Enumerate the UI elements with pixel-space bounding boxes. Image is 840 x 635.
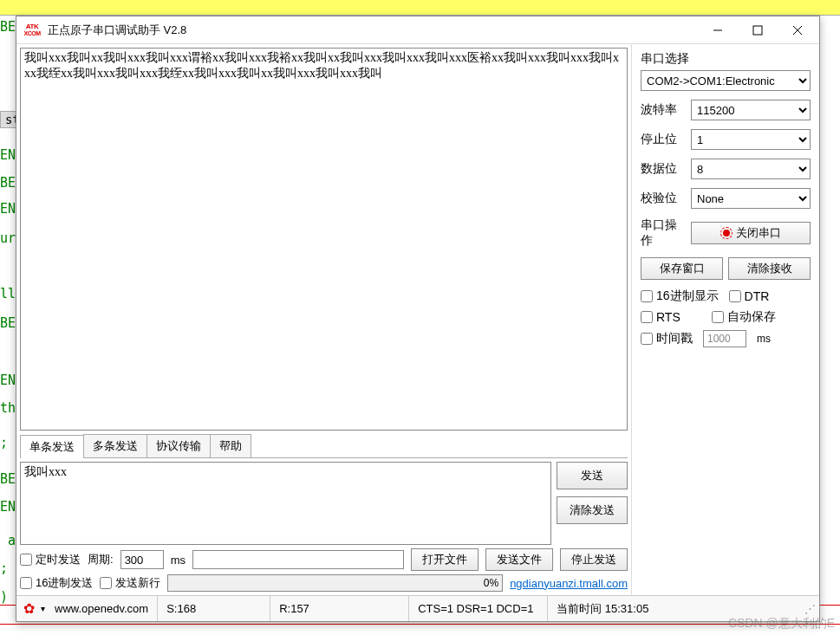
databits-label: 数据位 bbox=[641, 161, 684, 177]
minimize-button[interactable] bbox=[698, 17, 738, 43]
bg-code-fragment: BE bbox=[0, 19, 16, 35]
bg-redline bbox=[0, 624, 840, 625]
shop-link[interactable]: ngdianyuanzi.tmall.com bbox=[510, 577, 628, 590]
timed-send-row: 定时发送 周期: ms 打开文件 发送文件 停止发送 bbox=[20, 548, 628, 571]
stopbits-row: 停止位 1 bbox=[641, 129, 811, 150]
status-signals: CTS=1 DSR=1 DCD=1 bbox=[408, 596, 547, 621]
port-section-title: 串口选择 bbox=[641, 51, 811, 67]
settings-dropdown-icon[interactable]: ▾ bbox=[41, 604, 51, 613]
period-input[interactable] bbox=[120, 550, 164, 569]
databits-row: 数据位 8 bbox=[641, 159, 811, 179]
tab-multi-send[interactable]: 多条发送 bbox=[83, 434, 147, 457]
save-window-button[interactable]: 保存窗口 bbox=[641, 257, 723, 280]
bg-code-fragment: EN bbox=[0, 201, 16, 217]
bg-code-fragment: EN bbox=[0, 373, 16, 388]
databits-select[interactable]: 8 bbox=[691, 159, 811, 179]
tab-help[interactable]: 帮助 bbox=[210, 434, 251, 457]
window-controls bbox=[698, 17, 817, 43]
status-sent: S:168 bbox=[157, 596, 270, 621]
send-file-button[interactable]: 发送文件 bbox=[485, 548, 553, 571]
baud-row: 波特率 115200 bbox=[641, 100, 811, 120]
stopbits-select[interactable]: 1 bbox=[691, 129, 811, 150]
hex-display-checkbox[interactable]: 16进制显示 bbox=[641, 288, 719, 304]
parity-row: 校验位 None bbox=[641, 188, 811, 209]
baud-select[interactable]: 115200 bbox=[691, 100, 811, 120]
progress-bar: 0% bbox=[167, 574, 503, 592]
bg-code-fragment: th bbox=[0, 400, 16, 416]
ts-ms-label: ms bbox=[757, 333, 771, 345]
close-port-button[interactable]: 关闭串口 bbox=[691, 222, 811, 244]
receive-textarea[interactable]: 我叫xxx我叫xx我叫xxx我叫xxx谓裕xx我叫xxx我裕xx我叫xx我叫xx… bbox=[20, 48, 628, 431]
app-icon: ATK XCOM bbox=[22, 23, 42, 38]
ms-label: ms bbox=[171, 554, 186, 567]
minimize-icon bbox=[713, 25, 723, 36]
bg-code-fragment: ) bbox=[0, 589, 8, 605]
bg-code-fragment: ll bbox=[0, 286, 16, 301]
autosave-checkbox[interactable]: 自动保存 bbox=[712, 309, 776, 325]
bg-code-fragment: a bbox=[0, 533, 16, 548]
resize-grip-icon[interactable]: ⋰ bbox=[801, 602, 819, 615]
status-received: R:157 bbox=[270, 596, 408, 621]
settings-gear-icon[interactable]: ✿ bbox=[20, 600, 37, 618]
window-title: 正点原子串口调试助手 V2.8 bbox=[48, 23, 698, 38]
bg-code-fragment: EN bbox=[0, 147, 16, 163]
bg-code-fragment: EN bbox=[0, 499, 16, 515]
status-time: 当前时间 15:31:05 bbox=[547, 596, 657, 621]
bg-code-fragment: ; bbox=[0, 560, 8, 576]
titlebar[interactable]: ATK XCOM 正点原子串口调试助手 V2.8 bbox=[16, 16, 819, 44]
port-status-icon bbox=[720, 227, 733, 239]
send-row: 我叫xxx 发送 清除发送 bbox=[20, 462, 628, 545]
send-tabs: 单条发送 多条发送 协议传输 帮助 bbox=[20, 434, 628, 458]
dtr-checkbox[interactable]: DTR bbox=[729, 289, 770, 303]
maximize-icon bbox=[752, 25, 763, 36]
parity-select[interactable]: None bbox=[691, 188, 811, 209]
bg-highlight bbox=[0, 0, 840, 16]
clear-send-button[interactable]: 清除发送 bbox=[557, 496, 628, 524]
bg-code-fragment: ; bbox=[0, 435, 8, 450]
options-grid: 16进制显示 DTR RTS 自动保存 时间戳 ms bbox=[641, 288, 811, 347]
statusbar: ✿ ▾ www.openedv.com S:168 R:157 CTS=1 DS… bbox=[16, 595, 819, 621]
right-panel: 串口选择 COM2->COM1:Electronic 波特率 115200 停止… bbox=[632, 44, 819, 595]
file-path-input[interactable] bbox=[192, 550, 404, 569]
status-url[interactable]: www.openedv.com bbox=[51, 602, 157, 615]
port-op-label: 串口操作 bbox=[641, 217, 684, 249]
close-button[interactable] bbox=[778, 17, 817, 43]
send-buttons: 发送 清除发送 bbox=[557, 462, 628, 545]
maximize-button[interactable] bbox=[738, 17, 778, 43]
send-newline-checkbox[interactable]: 发送新行 bbox=[100, 575, 160, 591]
baud-label: 波特率 bbox=[641, 102, 684, 118]
hex-send-row: 16进制发送 发送新行 0% ngdianyuanzi.tmall.com bbox=[20, 574, 628, 592]
bg-code-fragment: ur bbox=[0, 230, 16, 246]
svg-rect-1 bbox=[753, 26, 762, 35]
tab-single-send[interactable]: 单条发送 bbox=[20, 435, 84, 458]
left-column: 我叫xxx我叫xx我叫xxx我叫xxx谓裕xx我叫xxx我裕xx我叫xx我叫xx… bbox=[16, 44, 632, 595]
bg-code-fragment: BE bbox=[0, 315, 16, 331]
clear-receive-button[interactable]: 清除接收 bbox=[728, 257, 811, 280]
port-select[interactable]: COM2->COM1:Electronic bbox=[641, 70, 811, 91]
port-section: 串口选择 COM2->COM1:Electronic bbox=[641, 51, 811, 91]
open-file-button[interactable]: 打开文件 bbox=[411, 548, 479, 571]
parity-label: 校验位 bbox=[641, 191, 684, 206]
rts-checkbox[interactable]: RTS bbox=[641, 310, 701, 324]
bg-code-fragment: BE bbox=[0, 175, 16, 191]
send-button[interactable]: 发送 bbox=[557, 462, 628, 489]
stop-send-button[interactable]: 停止发送 bbox=[560, 548, 628, 571]
tab-protocol[interactable]: 协议传输 bbox=[147, 434, 211, 457]
close-icon bbox=[792, 25, 803, 36]
port-op-row: 串口操作 关闭串口 bbox=[641, 217, 811, 249]
send-textarea[interactable]: 我叫xxx bbox=[20, 462, 551, 545]
timestamp-checkbox[interactable]: 时间戳 bbox=[641, 331, 693, 347]
timestamp-interval-input[interactable] bbox=[703, 330, 746, 347]
period-label: 周期: bbox=[88, 552, 114, 567]
app-window: ATK XCOM 正点原子串口调试助手 V2.8 我叫xxx我叫xx我叫xxx我… bbox=[16, 16, 820, 622]
hex-send-checkbox[interactable]: 16进制发送 bbox=[20, 575, 93, 591]
bg-code-fragment: BE bbox=[0, 471, 16, 487]
timed-send-checkbox[interactable]: 定时发送 bbox=[20, 552, 81, 567]
window-ops-row: 保存窗口 清除接收 bbox=[641, 257, 811, 280]
main-area: 我叫xxx我叫xx我叫xxx我叫xxx谓裕xx我叫xxx我裕xx我叫xx我叫xx… bbox=[16, 44, 819, 595]
stopbits-label: 停止位 bbox=[641, 132, 684, 147]
